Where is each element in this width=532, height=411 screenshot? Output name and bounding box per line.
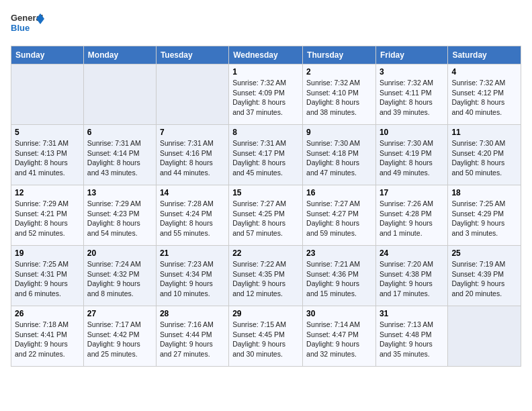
calendar-cell: 29Sunrise: 7:15 AM Sunset: 4:45 PM Dayli… [229, 306, 303, 367]
day-info: Sunrise: 7:29 AM Sunset: 4:21 PM Dayligh… [15, 199, 80, 238]
calendar-cell: 2Sunrise: 7:32 AM Sunset: 4:10 PM Daylig… [303, 64, 376, 125]
calendar-cell [448, 306, 521, 367]
day-info: Sunrise: 7:27 AM Sunset: 4:27 PM Dayligh… [306, 199, 372, 238]
day-number: 7 [160, 128, 225, 137]
day-number: 11 [451, 128, 517, 137]
day-info: Sunrise: 7:30 AM Sunset: 4:20 PM Dayligh… [451, 138, 517, 178]
calendar-cell: 21Sunrise: 7:23 AM Sunset: 4:34 PM Dayli… [156, 246, 228, 306]
calendar-cell: 18Sunrise: 7:25 AM Sunset: 4:29 PM Dayli… [448, 185, 521, 246]
day-info: Sunrise: 7:19 AM Sunset: 4:39 PM Dayligh… [451, 259, 517, 299]
day-info: Sunrise: 7:13 AM Sunset: 4:48 PM Dayligh… [380, 320, 444, 359]
day-number: 10 [380, 128, 444, 137]
svg-text:Blue: Blue [11, 23, 30, 33]
day-number: 21 [160, 248, 225, 258]
weekday-header: Tuesday [156, 46, 228, 64]
day-number: 30 [306, 309, 372, 318]
day-number: 13 [87, 188, 152, 197]
day-number: 31 [380, 309, 444, 318]
calendar-cell: 9Sunrise: 7:30 AM Sunset: 4:18 PM Daylig… [303, 125, 376, 185]
day-info: Sunrise: 7:29 AM Sunset: 4:23 PM Dayligh… [87, 199, 152, 238]
day-number: 9 [306, 128, 372, 137]
day-number: 8 [232, 128, 299, 137]
day-number: 1 [232, 67, 299, 77]
day-info: Sunrise: 7:18 AM Sunset: 4:41 PM Dayligh… [15, 320, 80, 359]
calendar-cell [156, 64, 228, 125]
day-number: 23 [306, 248, 372, 258]
day-number: 14 [160, 188, 225, 197]
day-number: 6 [87, 128, 152, 137]
day-info: Sunrise: 7:28 AM Sunset: 4:24 PM Dayligh… [160, 199, 225, 238]
calendar-cell: 3Sunrise: 7:32 AM Sunset: 4:11 PM Daylig… [375, 64, 447, 125]
day-number: 28 [160, 309, 225, 318]
day-info: Sunrise: 7:20 AM Sunset: 4:38 PM Dayligh… [380, 259, 444, 299]
day-number: 5 [15, 128, 80, 137]
day-number: 29 [232, 309, 299, 318]
day-info: Sunrise: 7:32 AM Sunset: 4:12 PM Dayligh… [451, 78, 517, 118]
day-info: Sunrise: 7:16 AM Sunset: 4:44 PM Dayligh… [160, 320, 225, 359]
calendar-table: SundayMondayTuesdayWednesdayThursdayFrid… [11, 46, 521, 367]
calendar-cell: 14Sunrise: 7:28 AM Sunset: 4:24 PM Dayli… [156, 185, 228, 246]
weekday-header: Thursday [303, 46, 376, 64]
calendar-cell: 19Sunrise: 7:25 AM Sunset: 4:31 PM Dayli… [11, 246, 84, 306]
day-number: 24 [380, 248, 444, 258]
day-number: 3 [380, 67, 444, 77]
day-info: Sunrise: 7:31 AM Sunset: 4:13 PM Dayligh… [15, 138, 80, 178]
calendar-cell: 22Sunrise: 7:22 AM Sunset: 4:35 PM Dayli… [229, 246, 303, 306]
calendar-cell: 20Sunrise: 7:24 AM Sunset: 4:32 PM Dayli… [83, 246, 156, 306]
day-number: 27 [87, 309, 152, 318]
page-header: General Blue [11, 11, 521, 38]
calendar-cell: 16Sunrise: 7:27 AM Sunset: 4:27 PM Dayli… [303, 185, 376, 246]
calendar-cell: 17Sunrise: 7:26 AM Sunset: 4:28 PM Dayli… [375, 185, 447, 246]
weekday-header: Wednesday [229, 46, 303, 64]
calendar-cell: 12Sunrise: 7:29 AM Sunset: 4:21 PM Dayli… [11, 185, 84, 246]
calendar-cell: 23Sunrise: 7:21 AM Sunset: 4:36 PM Dayli… [303, 246, 376, 306]
weekday-header: Sunday [11, 46, 84, 64]
day-info: Sunrise: 7:30 AM Sunset: 4:19 PM Dayligh… [380, 138, 444, 178]
day-info: Sunrise: 7:31 AM Sunset: 4:16 PM Dayligh… [160, 138, 225, 178]
day-info: Sunrise: 7:26 AM Sunset: 4:28 PM Dayligh… [380, 199, 444, 238]
calendar-cell: 8Sunrise: 7:31 AM Sunset: 4:17 PM Daylig… [229, 125, 303, 185]
logo: General Blue [11, 11, 44, 38]
day-number: 26 [15, 309, 80, 318]
calendar-cell: 27Sunrise: 7:17 AM Sunset: 4:42 PM Dayli… [83, 306, 156, 367]
day-info: Sunrise: 7:31 AM Sunset: 4:14 PM Dayligh… [87, 138, 152, 178]
day-info: Sunrise: 7:32 AM Sunset: 4:11 PM Dayligh… [380, 78, 444, 118]
weekday-header: Saturday [448, 46, 521, 64]
calendar-cell: 26Sunrise: 7:18 AM Sunset: 4:41 PM Dayli… [11, 306, 84, 367]
calendar-cell: 13Sunrise: 7:29 AM Sunset: 4:23 PM Dayli… [83, 185, 156, 246]
day-info: Sunrise: 7:30 AM Sunset: 4:18 PM Dayligh… [306, 138, 372, 178]
day-info: Sunrise: 7:31 AM Sunset: 4:17 PM Dayligh… [232, 138, 299, 178]
calendar-cell: 10Sunrise: 7:30 AM Sunset: 4:19 PM Dayli… [375, 125, 447, 185]
day-number: 22 [232, 248, 299, 258]
calendar-cell: 31Sunrise: 7:13 AM Sunset: 4:48 PM Dayli… [375, 306, 447, 367]
calendar-cell: 15Sunrise: 7:27 AM Sunset: 4:25 PM Dayli… [229, 185, 303, 246]
weekday-header: Friday [375, 46, 447, 64]
day-info: Sunrise: 7:24 AM Sunset: 4:32 PM Dayligh… [87, 259, 152, 299]
day-number: 19 [15, 248, 80, 258]
day-number: 18 [451, 188, 517, 197]
day-info: Sunrise: 7:32 AM Sunset: 4:09 PM Dayligh… [232, 78, 299, 118]
day-number: 20 [87, 248, 152, 258]
day-number: 17 [380, 188, 444, 197]
day-number: 25 [451, 248, 517, 258]
logo-svg: General Blue [11, 11, 44, 38]
day-number: 12 [15, 188, 80, 197]
calendar-cell: 4Sunrise: 7:32 AM Sunset: 4:12 PM Daylig… [448, 64, 521, 125]
calendar-cell: 30Sunrise: 7:14 AM Sunset: 4:47 PM Dayli… [303, 306, 376, 367]
calendar-cell: 25Sunrise: 7:19 AM Sunset: 4:39 PM Dayli… [448, 246, 521, 306]
day-number: 15 [232, 188, 299, 197]
day-info: Sunrise: 7:27 AM Sunset: 4:25 PM Dayligh… [232, 199, 299, 238]
day-info: Sunrise: 7:25 AM Sunset: 4:29 PM Dayligh… [451, 199, 517, 238]
day-info: Sunrise: 7:21 AM Sunset: 4:36 PM Dayligh… [306, 259, 372, 299]
calendar-cell: 7Sunrise: 7:31 AM Sunset: 4:16 PM Daylig… [156, 125, 228, 185]
calendar-cell: 24Sunrise: 7:20 AM Sunset: 4:38 PM Dayli… [375, 246, 447, 306]
calendar-cell: 11Sunrise: 7:30 AM Sunset: 4:20 PM Dayli… [448, 125, 521, 185]
calendar-cell: 6Sunrise: 7:31 AM Sunset: 4:14 PM Daylig… [83, 125, 156, 185]
day-info: Sunrise: 7:14 AM Sunset: 4:47 PM Dayligh… [306, 320, 372, 359]
day-info: Sunrise: 7:15 AM Sunset: 4:45 PM Dayligh… [232, 320, 299, 359]
day-number: 4 [451, 67, 517, 77]
weekday-header: Monday [83, 46, 156, 64]
day-info: Sunrise: 7:22 AM Sunset: 4:35 PM Dayligh… [232, 259, 299, 299]
day-info: Sunrise: 7:23 AM Sunset: 4:34 PM Dayligh… [160, 259, 225, 299]
day-number: 16 [306, 188, 372, 197]
